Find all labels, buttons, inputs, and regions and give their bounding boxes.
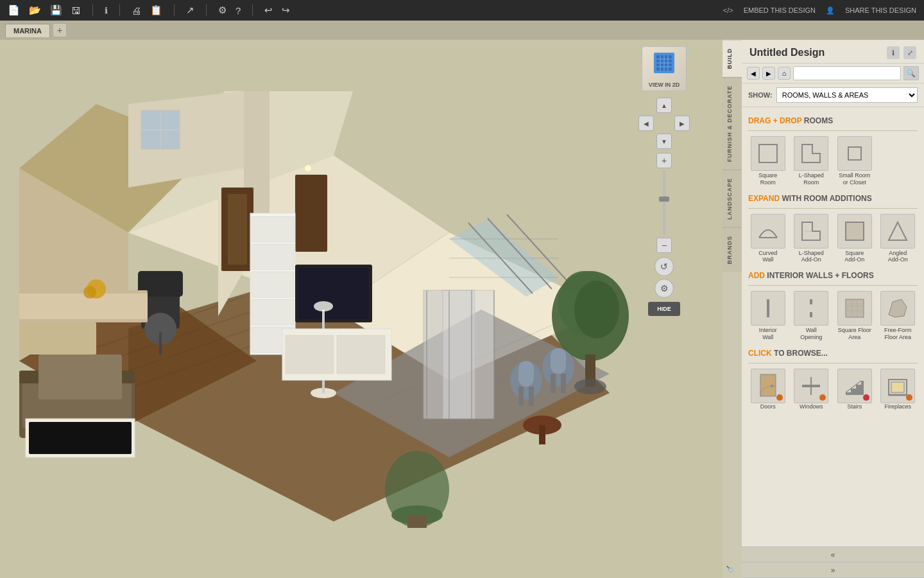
side-tab-furnish[interactable]: FURNISH & DECORATE xyxy=(723,77,742,170)
export-icon[interactable]: ↗ xyxy=(186,4,194,16)
svg-point-46 xyxy=(574,379,606,394)
interior-header: ADD INTERIOR WALLS + FLOORS xyxy=(748,271,918,280)
expand-header: EXPAND WITH ROOM ADDITIONS xyxy=(748,194,918,203)
freeform-floor-icon xyxy=(880,291,915,326)
svg-rect-81 xyxy=(443,290,494,419)
square-room-item[interactable]: SquareRoom xyxy=(748,136,788,186)
browse-header: CLICK TO BROWSE... xyxy=(748,349,918,358)
svg-rect-19 xyxy=(228,194,247,265)
angled-addon-item[interactable]: AngledAdd-On xyxy=(878,214,918,264)
embed-button[interactable]: EMBED THIS DESIGN xyxy=(744,6,816,14)
panel-collapse: « » xyxy=(742,547,924,578)
svg-point-31 xyxy=(314,301,333,311)
svg-point-44 xyxy=(574,281,619,338)
side-tab-brands[interactable]: BRANDS xyxy=(723,227,742,272)
divider4 xyxy=(748,363,918,363)
panel-back-button[interactable]: ◀ xyxy=(747,67,760,80)
settings-icon[interactable]: ⚙ xyxy=(218,4,227,16)
small-room-label: Small Roomor Closet xyxy=(839,172,870,186)
canvas-area[interactable]: VIEW IN 2D ▲ ◀ ▶ ▼ + − ↺ ⚙ HID xyxy=(0,40,741,578)
pan-down-button[interactable]: ▼ xyxy=(656,134,672,149)
interior-grid: InteriorWall WallOpening xyxy=(748,291,918,341)
pan-up-button[interactable]: ▲ xyxy=(656,98,672,113)
browse-gray: TO BROWSE... xyxy=(774,349,828,358)
pan-left-button[interactable]: ◀ xyxy=(638,116,654,131)
tab-add-button[interactable]: + xyxy=(53,23,67,37)
redo-button[interactable]: ↪ xyxy=(282,4,290,16)
separator xyxy=(92,4,93,16)
doors-item[interactable]: Doors xyxy=(748,369,788,410)
svg-rect-55 xyxy=(551,348,566,374)
undo-button[interactable]: ↩ xyxy=(264,4,273,16)
wall-opening-icon xyxy=(794,291,828,326)
square-addon-icon xyxy=(837,214,872,249)
panel-content: DRAG + DROP ROOMS SquareRoom xyxy=(742,107,924,547)
show-select[interactable]: ROOMS, WALLS & AREAS xyxy=(776,87,918,103)
lshaped-addon-icon xyxy=(794,214,828,249)
view2d-button[interactable]: VIEW IN 2D xyxy=(642,46,687,91)
side-tab-build[interactable]: BUILD xyxy=(723,40,742,77)
side-tab-landscape[interactable]: LANDSCAPE xyxy=(723,170,742,227)
zoom-slider[interactable] xyxy=(663,171,665,235)
separator xyxy=(252,4,253,16)
panel-home-button[interactable]: ⌂ xyxy=(778,67,791,80)
save-as-icon[interactable]: 🖫 xyxy=(71,5,81,16)
view-settings-button[interactable]: ⚙ xyxy=(654,279,674,298)
small-room-item[interactable]: Small Roomor Closet xyxy=(835,136,875,186)
square-addon-item[interactable]: SquareAdd-On xyxy=(835,214,875,264)
svg-rect-117 xyxy=(856,385,861,395)
stairs-icon xyxy=(837,369,872,403)
search-icon-tab[interactable]: 🔍 xyxy=(723,561,742,578)
panel-navigation: ◀ ▶ ⌂ 🔍 xyxy=(742,64,924,83)
zoom-in-button[interactable]: + xyxy=(656,153,672,168)
svg-rect-49 xyxy=(407,515,427,528)
navigation-controls: VIEW IN 2D ▲ ◀ ▶ ▼ + − ↺ ⚙ HID xyxy=(638,46,690,316)
pan-controls: ▲ ◀ ▶ ▼ xyxy=(638,98,690,149)
help-icon[interactable]: ? xyxy=(235,5,241,16)
collapse-down-button[interactable]: » xyxy=(742,563,924,578)
browse-orange: CLICK xyxy=(748,349,772,358)
open-icon[interactable]: 📂 xyxy=(29,4,41,16)
fireplaces-item[interactable]: Fireplaces xyxy=(878,369,918,410)
panel-search-button[interactable]: 🔍 xyxy=(903,66,919,80)
expand-panel-button[interactable]: ⤢ xyxy=(903,46,916,59)
svg-rect-59 xyxy=(539,425,545,444)
svg-rect-22 xyxy=(252,216,294,242)
lshaped-room-item[interactable]: L-ShapedRoom xyxy=(792,136,832,186)
panel-header-icons: ℹ ⤢ xyxy=(887,46,916,59)
print-icon[interactable]: 🖨 xyxy=(132,5,141,16)
wall-opening-item[interactable]: WallOpening xyxy=(792,291,832,341)
square-floor-item[interactable]: Square FloorArea xyxy=(835,291,875,341)
windows-item[interactable]: Windows xyxy=(792,369,832,410)
stairs-item[interactable]: Stairs xyxy=(835,369,875,410)
show-label: SHOW: xyxy=(748,91,773,99)
rotate-button[interactable]: ↺ xyxy=(654,257,674,276)
curved-wall-item[interactable]: CurvedWall xyxy=(748,214,788,264)
lshaped-addon-item[interactable]: L-ShapedAdd-On xyxy=(792,214,832,264)
interior-wall-item[interactable]: InteriorWall xyxy=(748,291,788,341)
small-room-icon xyxy=(837,136,872,171)
hide-button[interactable]: HIDE xyxy=(648,302,680,316)
interior-wall-icon xyxy=(751,291,785,326)
collapse-up-button[interactable]: « xyxy=(742,547,924,563)
panel-forward-button[interactable]: ▶ xyxy=(762,67,775,80)
interior-wall-label: InteriorWall xyxy=(759,327,777,341)
expand-gray: WITH ROOM ADDITIONS xyxy=(782,194,871,203)
freeform-floor-item[interactable]: Free-FormFloor Area xyxy=(878,291,918,341)
zoom-out-button[interactable]: − xyxy=(656,238,672,253)
svg-rect-20 xyxy=(295,175,327,252)
room-illustration xyxy=(0,40,741,578)
windows-dot xyxy=(819,394,826,401)
info-icon[interactable]: ℹ xyxy=(105,6,108,15)
panel-search-input[interactable] xyxy=(793,66,901,80)
tab-marina[interactable]: MARINA xyxy=(5,24,50,37)
print2-icon[interactable]: 📋 xyxy=(150,4,162,16)
panel-header: Untitled Design ℹ ⤢ xyxy=(742,40,924,64)
share-button[interactable]: SHARE THIS DESIGN xyxy=(845,6,916,14)
pan-right-button[interactable]: ▶ xyxy=(674,116,690,131)
svg-rect-52 xyxy=(518,387,524,406)
info-panel-button[interactable]: ℹ xyxy=(887,46,900,59)
new-icon[interactable]: 📄 xyxy=(8,4,20,16)
square-addon-label: SquareAdd-On xyxy=(844,250,864,264)
save-icon[interactable]: 💾 xyxy=(50,4,62,16)
